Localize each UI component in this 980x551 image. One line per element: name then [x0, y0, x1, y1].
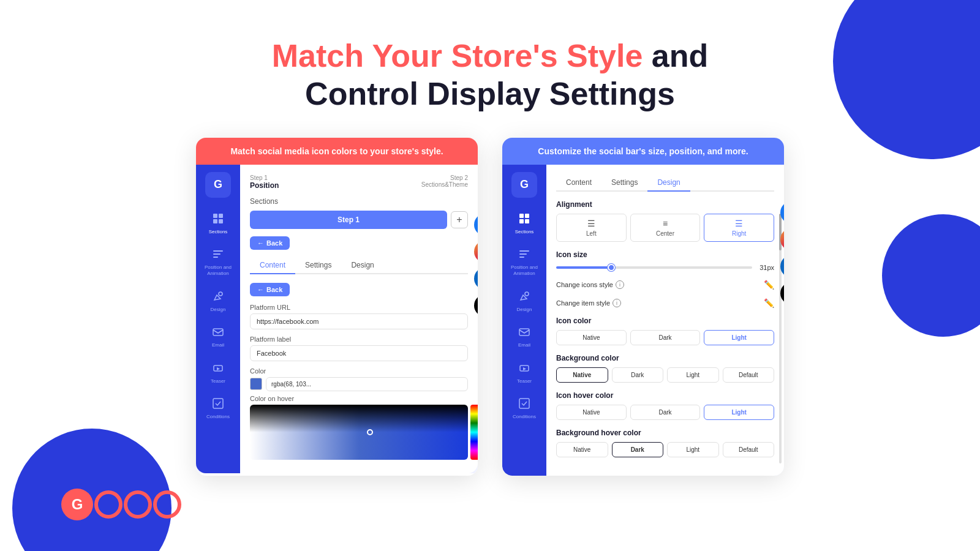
brand-g-letter: G — [61, 489, 93, 520]
position-label: Position and Animation — [202, 264, 235, 276]
svg-rect-16 — [519, 214, 524, 218]
email-icon — [209, 323, 227, 340]
left-tabs: Content Settings Design — [250, 257, 468, 274]
right-sidebar-logo: G — [511, 172, 537, 198]
alignment-title: Alignment — [556, 200, 774, 209]
color-on-hover-label: Color on hover — [250, 395, 468, 402]
bg-color-default[interactable]: Default — [723, 367, 775, 383]
right-sidebar-design[interactable]: Design — [505, 284, 543, 317]
brand-logo: G — [61, 489, 181, 520]
icon-size-title: Icon size — [556, 250, 774, 259]
align-center-label: Center — [656, 230, 674, 237]
right-sidebar-sections[interactable]: Sections — [505, 206, 543, 239]
right-tab-settings[interactable]: Settings — [601, 174, 647, 192]
size-slider[interactable] — [556, 266, 752, 269]
page-title: Match Your Store's Style and Control Dis… — [0, 37, 980, 113]
sidebar-item-design[interactable]: Design — [199, 284, 237, 317]
align-right-btn[interactable]: ☰ Right — [704, 214, 774, 242]
sidebar-item-sections[interactable]: Sections — [199, 206, 237, 239]
icon-hover-color-section: Icon hover color Native Dark Light — [556, 391, 774, 420]
brand-o3 — [153, 490, 181, 519]
hover-native[interactable]: Native — [556, 405, 627, 420]
right-sidebar: G Sections — [502, 165, 546, 476]
change-icons-style-label: Change icons style i — [556, 280, 624, 289]
svg-rect-5 — [213, 253, 221, 255]
bg-hover-native[interactable]: Native — [556, 442, 608, 457]
add-step-button[interactable]: + — [451, 211, 468, 228]
step-button-row: Step 1 + — [250, 211, 468, 229]
sidebar-item-teaser[interactable]: Teaser — [199, 356, 237, 388]
icon-color-light[interactable]: Light — [704, 330, 774, 345]
align-left-btn[interactable]: ☰ Left — [556, 214, 627, 242]
right-panel-banner: Customize the social bar's size, positio… — [502, 138, 784, 165]
sidebar-item-email[interactable]: Email — [199, 320, 237, 352]
left-sidebar: G Sections — [196, 165, 240, 473]
platform-url-input[interactable] — [250, 313, 468, 329]
sections-label: Sections — [209, 229, 228, 235]
design-label: Design — [211, 307, 226, 313]
size-value: 31px — [757, 264, 774, 271]
title-highlight: Match Your Store's Style — [272, 38, 643, 73]
change-icons-edit-icon[interactable]: ✏️ — [764, 280, 774, 290]
svg-rect-1 — [219, 214, 223, 218]
change-item-edit-icon[interactable]: ✏️ — [764, 298, 774, 308]
align-right-icon: ☰ — [735, 219, 743, 228]
right-design-icon — [516, 288, 533, 305]
back-button[interactable]: ← Back — [250, 236, 290, 250]
align-left-icon: ☰ — [587, 219, 595, 228]
change-icons-style-row: Change icons style i ✏️ — [556, 280, 774, 290]
color-picker-gradient[interactable] — [250, 405, 468, 460]
align-center-btn[interactable]: ≡ Center — [630, 214, 701, 242]
right-sidebar-teaser[interactable]: Teaser — [505, 356, 543, 388]
color-picker-dot — [367, 429, 373, 435]
bg-color-dark[interactable]: Dark — [612, 367, 664, 383]
hue-bar[interactable] — [470, 405, 478, 460]
icon-color-native[interactable]: Native — [556, 330, 627, 345]
tab-content[interactable]: Content — [250, 257, 295, 274]
step2-info: Step 2 Sections&Theme — [421, 174, 468, 190]
tab-settings[interactable]: Settings — [295, 257, 341, 274]
bg-hover-light[interactable]: Light — [667, 442, 719, 457]
bg-color-native[interactable]: Native — [556, 367, 608, 383]
size-slider-thumb — [608, 264, 615, 271]
facebook-icon-right — [780, 201, 784, 223]
right-position-label: Position and Animation — [508, 264, 541, 276]
icon-color-dark[interactable]: Dark — [630, 330, 701, 345]
left-panel-inner: G Sections — [196, 165, 478, 473]
icon-hover-buttons: Native Dark Light — [556, 405, 774, 420]
color-value-input[interactable] — [266, 377, 468, 391]
bg-color-light[interactable]: Light — [667, 367, 719, 383]
right-sidebar-conditions[interactable]: Conditions — [505, 391, 543, 424]
bg-hover-dark[interactable]: Dark — [612, 442, 664, 457]
tab-design[interactable]: Design — [341, 257, 383, 274]
svg-rect-6 — [213, 257, 218, 258]
svg-rect-0 — [213, 214, 217, 218]
right-sidebar-email[interactable]: Email — [505, 320, 543, 352]
platform-url-label: Platform URL — [250, 304, 468, 311]
step2-label: Step 2 — [450, 174, 468, 181]
right-tab-design[interactable]: Design — [647, 174, 690, 192]
sidebar-logo: G — [205, 172, 231, 198]
inner-back-button[interactable]: ← Back — [250, 283, 290, 296]
right-sidebar-position[interactable]: Position and Animation — [505, 242, 543, 280]
inner-back-icon: ← — [257, 286, 264, 293]
platform-label-input[interactable] — [250, 345, 468, 361]
left-panel-banner: Match social media icon colors to your s… — [196, 138, 478, 165]
bg-hover-color-section: Background hover color Native Dark Light… — [556, 429, 774, 457]
position-icon — [209, 246, 227, 263]
bg-color-buttons: Native Dark Light Default — [556, 367, 774, 383]
svg-rect-22 — [519, 257, 524, 258]
bg-hover-default[interactable]: Default — [723, 442, 775, 457]
alignment-section: Alignment ☰ Left ≡ Center ☰ Right — [556, 200, 774, 242]
bg-color-section: Background color Native Dark Light Defau… — [556, 354, 774, 383]
sidebar-item-position[interactable]: Position and Animation — [199, 242, 237, 280]
right-banner-text: Customize the social bar's size, positio… — [514, 146, 772, 156]
teaser-label: Teaser — [211, 378, 225, 384]
sidebar-item-conditions[interactable]: Conditions — [199, 391, 237, 424]
alignment-buttons: ☰ Left ≡ Center ☰ Right — [556, 214, 774, 242]
step1-button[interactable]: Step 1 — [250, 211, 447, 229]
hover-light[interactable]: Light — [704, 405, 774, 420]
hover-dark[interactable]: Dark — [630, 405, 701, 420]
bg-color-title: Background color — [556, 354, 774, 362]
right-tab-content[interactable]: Content — [556, 174, 601, 192]
